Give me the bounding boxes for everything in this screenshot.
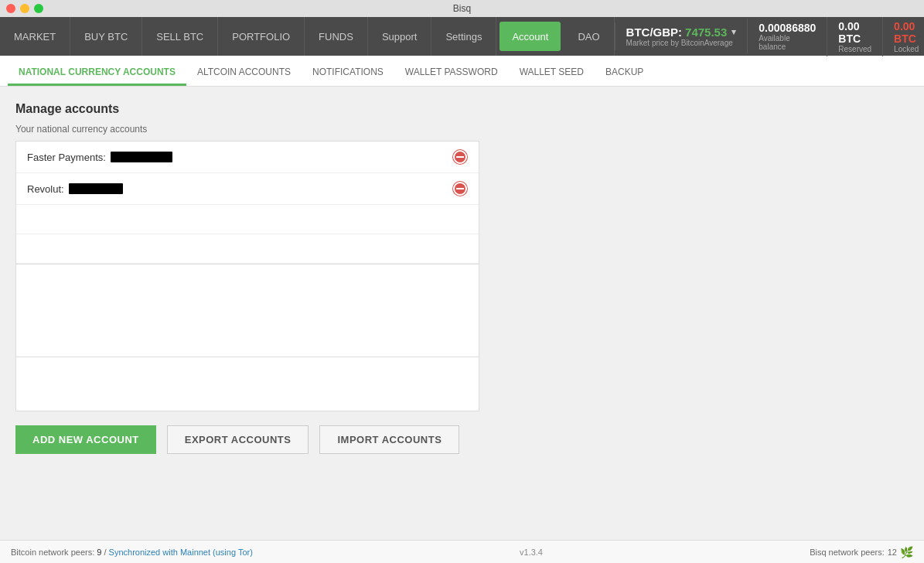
status-right: Bisq network peers: 12 🌿	[810, 546, 913, 558]
nav-support[interactable]: Support	[368, 17, 432, 56]
tab-altcoin[interactable]: ALTCOIN ACCOUNTS	[186, 60, 302, 86]
locked-balance-block: 0.00 BTC Locked	[882, 17, 924, 56]
bisq-peers-label: Bisq network peers:	[810, 548, 885, 557]
tab-wallet-seed[interactable]: WALLET SEED	[509, 60, 595, 86]
revolut-value	[69, 183, 123, 194]
nav-right-info: BTC/GBP: 7475.53 ▾ Market price by Bitco…	[615, 17, 924, 56]
reserved-balance-value: 0.00 BTC	[838, 20, 871, 45]
nav-account[interactable]: Account	[500, 22, 561, 51]
empty-row-2	[16, 234, 479, 264]
empty-row-1	[16, 205, 479, 234]
window-controls[interactable]	[6, 4, 43, 13]
status-left: Bitcoin network peers: 9 / Synchronized …	[11, 548, 253, 557]
accounts-subtitle: Your national currency accounts	[15, 124, 909, 135]
remove-icon-2	[453, 182, 467, 196]
version-label: v1.3.4	[520, 548, 543, 557]
remove-icon	[453, 150, 467, 164]
tab-notifications[interactable]: NOTIFICATIONS	[302, 60, 394, 86]
account-tabs: NATIONAL CURRENCY ACCOUNTS ALTCOIN ACCOU…	[0, 56, 924, 87]
nav-buy-btc[interactable]: BUY BTC	[70, 17, 142, 56]
price-pair: BTC/GBP:	[626, 26, 683, 39]
price-chevron-icon: ▾	[731, 27, 736, 37]
revolut-remove-button[interactable]	[452, 181, 468, 196]
faster-payments-value	[111, 152, 172, 162]
tab-national-currency[interactable]: NATIONAL CURRENCY ACCOUNTS	[8, 60, 186, 86]
empty-section-2	[15, 357, 479, 411]
price-value: 7475.53	[685, 26, 727, 39]
sync-status: Synchronized with Mainnet (using Tor)	[109, 548, 253, 557]
bitcoin-peers-label: Bitcoin network peers:	[11, 548, 97, 557]
revolut-label: Revolut:	[27, 183, 64, 195]
app-title: Bisq	[453, 3, 471, 14]
title-bar: Bisq	[0, 0, 924, 17]
available-balance-label: Available balance	[759, 34, 816, 51]
nav-portfolio[interactable]: PORTFOLIO	[218, 17, 305, 56]
action-buttons: ADD NEW ACCOUNT EXPORT ACCOUNTS IMPORT A…	[15, 425, 909, 454]
page-title: Manage accounts	[15, 102, 909, 116]
available-balance-block: 0.00086880 Available balance	[747, 19, 827, 54]
nav-funds[interactable]: FUNDS	[305, 17, 368, 56]
close-button[interactable]	[6, 4, 15, 13]
locked-balance-label: Locked	[894, 45, 919, 53]
nav-bar: MARKET BUY BTC SELL BTC PORTFOLIO FUNDS …	[0, 17, 924, 56]
locked-balance-value: 0.00 BTC	[894, 20, 919, 45]
nav-market[interactable]: MARKET	[0, 17, 70, 56]
nav-dao[interactable]: DAO	[564, 17, 614, 56]
price-display: BTC/GBP: 7475.53 ▾	[626, 26, 737, 39]
export-accounts-button[interactable]: EXPORT ACCOUNTS	[167, 425, 309, 454]
reserved-balance-block: 0.00 BTC Reserved	[827, 17, 882, 56]
empty-section-1	[15, 264, 479, 357]
tab-wallet-password[interactable]: WALLET PASSWORD	[394, 60, 509, 86]
status-bar: Bitcoin network peers: 9 / Synchronized …	[0, 540, 924, 563]
available-balance-value: 0.00086880	[759, 22, 816, 34]
tab-backup[interactable]: BACKUP	[595, 60, 654, 86]
nav-sell-btc[interactable]: SELL BTC	[142, 17, 218, 56]
faster-payments-remove-button[interactable]	[452, 149, 468, 165]
price-source: Market price by BitcoinAverage	[626, 39, 737, 47]
account-row-faster-payments[interactable]: Faster Payments:	[16, 142, 479, 173]
main-content: Manage accounts Your national currency a…	[0, 87, 924, 540]
bisq-peers-count: 12	[888, 548, 897, 557]
maximize-button[interactable]	[34, 4, 43, 13]
nav-settings[interactable]: Settings	[431, 17, 496, 56]
separator: /	[101, 548, 108, 557]
import-accounts-button[interactable]: IMPORT ACCOUNTS	[319, 425, 459, 454]
minimize-button[interactable]	[20, 4, 29, 13]
accounts-list: Faster Payments: Revolut:	[15, 141, 479, 264]
reserved-balance-label: Reserved	[838, 45, 871, 53]
add-new-account-button[interactable]: ADD NEW ACCOUNT	[15, 425, 156, 454]
account-row-revolut[interactable]: Revolut:	[16, 173, 479, 205]
bisq-icon: 🌿	[900, 546, 913, 558]
price-block[interactable]: BTC/GBP: 7475.53 ▾ Market price by Bitco…	[615, 22, 748, 50]
faster-payments-label: Faster Payments:	[27, 152, 106, 163]
